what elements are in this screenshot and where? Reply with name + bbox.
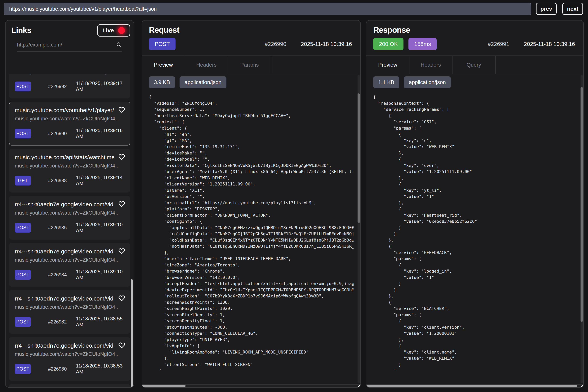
link-card-title: music.youtube.com/api/stats/watchtime — [15, 154, 114, 160]
link-request-id: #226990 — [48, 131, 66, 136]
response-json-body: { "responseContext": { "serviceTrackingP… — [373, 94, 576, 370]
links-header: Links Live — [6, 20, 134, 52]
heart-icon — [118, 295, 125, 302]
links-panel: Links Live music.youtube.com/api/stats/q… — [5, 20, 134, 388]
link-method-badge: POST — [15, 317, 31, 327]
link-timestamp: 11/18/2025, 10:38:55 AM — [76, 316, 124, 328]
heart-icon — [118, 154, 125, 160]
link-card-meta-row: GET #226988 11/18/2025, 10:39:14 AM — [15, 174, 124, 186]
link-request-id: #226985 — [48, 225, 66, 230]
link-card-meta-row: POST #226982 11/18/2025, 10:38:55 AM — [15, 316, 124, 328]
search-icon — [116, 42, 122, 48]
link-request-id: #226980 — [48, 366, 66, 372]
response-content-type-badge: application/json — [404, 76, 451, 88]
link-method-badge: POST — [15, 364, 31, 374]
favorite-button[interactable] — [118, 248, 125, 254]
response-vertical-scrollbar-thumb[interactable] — [580, 87, 583, 322]
response-timestamp: 2025-11-18 10:39:16 — [524, 41, 575, 47]
request-tabs: Preview Headers Params — [142, 56, 360, 74]
favorite-button[interactable] — [118, 201, 125, 207]
link-card-subtitle: music.youtube.com/watch?v=ZkCUfoNgIO4… — [15, 351, 118, 357]
link-card-title: rr4---sn-t0aedn7e.googlevideo.com/vid… — [15, 248, 114, 255]
heart-icon — [118, 201, 125, 207]
link-request-id: #226982 — [48, 319, 66, 324]
request-title: Request — [149, 26, 354, 35]
request-resize-corner[interactable] — [357, 384, 360, 387]
request-panel: Request POST #226990 2025-11-18 10:39:16… — [142, 20, 361, 388]
link-card-title: rr4---sn-t0aedn7e.googlevideo.com/vid… — [15, 342, 114, 349]
link-card[interactable]: rr4---sn-t0aedn7e.googlevideo.com/vid… m… — [9, 290, 130, 334]
response-tab-headers[interactable]: Headers — [410, 56, 452, 74]
response-horizontal-scrollbar-thumb[interactable] — [367, 385, 577, 387]
link-request-id: #226984 — [48, 272, 66, 278]
request-tab-params[interactable]: Params — [228, 56, 271, 74]
request-size-badge: 3.9 KB — [149, 76, 175, 88]
request-content-type-badge: application/json — [180, 76, 226, 88]
response-id: #226991 — [488, 41, 509, 47]
link-method-badge: GET — [15, 176, 31, 186]
response-meta-row: 200 OK 158ms #226991 2025-11-18 10:39:16 — [373, 38, 575, 50]
link-method-badge: POST — [15, 128, 31, 138]
link-timestamp: 11/18/2025, 10:39:16 AM — [76, 128, 124, 139]
link-method-badge: POST — [15, 82, 31, 91]
response-tab-query[interactable]: Query — [452, 56, 496, 74]
favorite-button[interactable] — [118, 342, 125, 348]
link-card-meta-row: POST #226990 11/18/2025, 10:39:16 AM — [15, 128, 124, 139]
link-card[interactable]: music.youtube.com/api/stats/qoe music.yo… — [9, 74, 130, 98]
link-card[interactable]: music.youtube.com/api/stats/qoe music.yo… — [9, 384, 130, 387]
link-card-meta-row: POST #226984 11/18/2025, 10:39:10 AM — [15, 269, 124, 280]
request-vertical-scrollbar — [358, 75, 360, 384]
link-card-meta-row: POST #226992 11/18/2025, 10:39:17 AM — [15, 80, 124, 92]
link-card-subtitle: music.youtube.com/watch?v=ZkCUfoNgIO4… — [15, 163, 118, 169]
link-request-id: #226988 — [48, 178, 66, 183]
response-tab-preview[interactable]: Preview — [366, 56, 410, 74]
request-preview-pane: 3.9 KB application/json { "videoId": "Zk… — [142, 74, 360, 388]
link-card-subtitle: music.youtube.com/watch?v=ZkCUfoNgIO4… — [15, 304, 118, 310]
link-card-title: rr4---sn-t0aedn7e.googlevideo.com/vid… — [15, 295, 114, 302]
url-input[interactable] — [4, 3, 531, 15]
link-card[interactable]: rr4---sn-t0aedn7e.googlevideo.com/vid… m… — [9, 243, 130, 287]
links-scrollbar-thumb[interactable] — [131, 279, 133, 388]
request-horizontal-scrollbar-thumb[interactable] — [142, 385, 186, 387]
favorite-button[interactable] — [118, 106, 125, 113]
response-status-badge: 200 OK — [373, 38, 404, 50]
link-card-subtitle: music.youtube.com/watch?v=ZkCUfoNgIO4… — [15, 116, 118, 122]
link-method-badge: POST — [15, 223, 31, 232]
prev-button[interactable]: prev — [536, 3, 556, 15]
link-card-meta-row: POST #226985 11/18/2025, 10:39:10 AM — [15, 222, 124, 234]
request-vertical-scrollbar-thumb[interactable] — [358, 94, 360, 223]
request-id: #226990 — [265, 41, 286, 47]
favorite-button[interactable] — [118, 295, 125, 302]
response-vertical-scrollbar — [580, 75, 583, 384]
response-tabs: Preview Headers Query — [366, 56, 584, 74]
response-header: Response 200 OK 158ms #226991 2025-11-18… — [366, 20, 584, 56]
link-request-id: #226992 — [48, 84, 66, 89]
next-button[interactable]: next — [562, 3, 583, 15]
link-card-meta-row: POST #226980 11/18/2025, 10:38:53 AM — [15, 363, 124, 375]
link-card-subtitle: music.youtube.com/watch?v=ZkCUfoNgIO4… — [15, 257, 118, 263]
response-duration-badge: 158ms — [408, 38, 436, 50]
link-card[interactable]: rr4---sn-t0aedn7e.googlevideo.com/vid… m… — [9, 196, 130, 240]
request-method-badge: POST — [149, 38, 176, 50]
link-card[interactable]: music.youtube.com/api/stats/watchtime mu… — [9, 149, 130, 192]
link-card-title: music.youtube.com/youtubei/v1/player/… — [15, 107, 114, 114]
link-method-badge: POST — [15, 270, 31, 280]
request-chips: 3.9 KB application/json — [149, 74, 354, 88]
link-card[interactable]: music.youtube.com/youtubei/v1/player/… m… — [9, 102, 130, 146]
request-tabs-filler — [271, 56, 360, 74]
link-card[interactable]: rr4---sn-t0aedn7e.googlevideo.com/vid… m… — [9, 337, 130, 381]
links-search-input[interactable] — [17, 42, 116, 48]
link-timestamp: 11/18/2025, 10:39:10 AM — [76, 269, 124, 280]
favorite-button[interactable] — [118, 154, 125, 160]
response-preview-pane: 1.1 KB application/json { "responseConte… — [366, 74, 584, 388]
link-card-subtitle: music.youtube.com/watch?v=ZkCUfoNgIO4… — [15, 210, 118, 216]
request-horizontal-scrollbar — [142, 384, 360, 387]
heart-icon — [118, 106, 125, 113]
heart-icon — [118, 248, 125, 254]
live-indicator-dot — [118, 27, 125, 34]
request-tab-preview[interactable]: Preview — [142, 56, 185, 74]
response-horizontal-scrollbar — [366, 384, 584, 387]
live-toggle-button[interactable]: Live — [97, 24, 130, 36]
request-tab-headers[interactable]: Headers — [185, 56, 228, 74]
response-resize-corner[interactable] — [580, 384, 584, 387]
